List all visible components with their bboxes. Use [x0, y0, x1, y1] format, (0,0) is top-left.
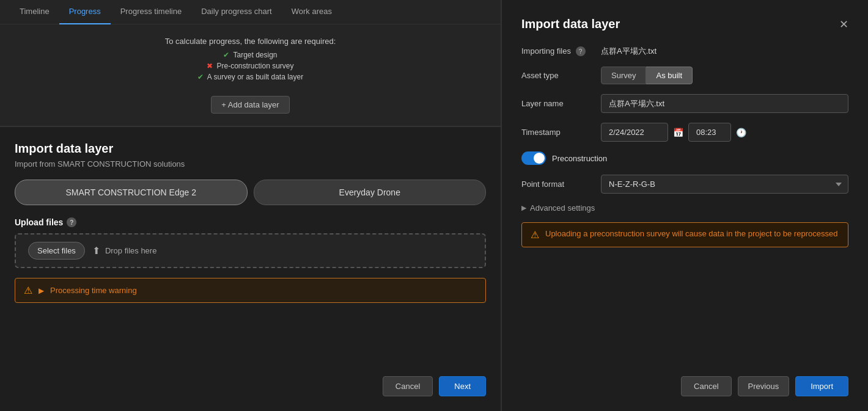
right-panel: Import data layer ✕ Importing files ? 点群…: [501, 0, 868, 411]
right-modal-footer: Cancel Previous Import: [521, 376, 848, 396]
point-format-label: Point format: [521, 180, 601, 189]
processing-warning-banner: ⚠ ▶ Processing time warning: [15, 278, 486, 303]
calendar-icon: 📅: [673, 128, 683, 137]
right-modal-header: Import data layer ✕: [521, 17, 848, 31]
previous-button[interactable]: Previous: [738, 376, 790, 396]
asset-type-buttons: Survey As built: [601, 67, 693, 84]
advanced-settings-label: Advanced settings: [530, 203, 595, 213]
asset-btn-asbuilt[interactable]: As built: [646, 67, 693, 84]
point-format-select[interactable]: N-E-Z-R-G-B: [601, 175, 848, 194]
preconstruction-label: Preconstruction: [552, 154, 607, 163]
advanced-arrow-icon: ▶: [521, 204, 526, 212]
importing-files-row: Importing files ? 点群A平場六.txt: [521, 46, 848, 57]
upload-help-icon[interactable]: ?: [67, 217, 76, 227]
advanced-settings-row[interactable]: ▶ Advanced settings: [521, 203, 848, 213]
tabs-bar: Timeline Progress Progress timeline Dail…: [0, 0, 501, 24]
warning-text: Processing time warning: [50, 286, 477, 295]
close-button[interactable]: ✕: [839, 18, 848, 31]
preconstruction-toggle[interactable]: [521, 151, 546, 165]
warning-expand-icon[interactable]: ▶: [39, 286, 44, 295]
check-icon-2: ✔: [197, 73, 204, 81]
asset-type-label: Asset type: [521, 71, 601, 80]
upload-icon: ⬆: [92, 245, 100, 256]
select-files-button[interactable]: Select files: [28, 242, 85, 260]
import-modal-left: Import data layer Import from SMART CONS…: [0, 127, 501, 411]
req-target-design: ✔ Target design: [18, 51, 482, 59]
cross-icon: ✖: [207, 62, 213, 70]
importing-files-value: 点群A平場六.txt: [601, 46, 657, 57]
reprocessing-warning-banner: ⚠ Uploading a preconstruction survey wil…: [521, 222, 848, 247]
req-survey: ✔ A survey or as built data layer: [18, 73, 482, 81]
tab-progress-timeline[interactable]: Progress timeline: [111, 0, 191, 24]
point-format-row: Point format N-E-Z-R-G-B: [521, 175, 848, 194]
upload-label-text: Upload files: [15, 217, 63, 227]
asset-type-row: Asset type Survey As built: [521, 67, 848, 84]
timestamp-row: Timestamp 📅 🕐: [521, 123, 848, 142]
check-icon: ✔: [223, 51, 229, 59]
source-btn-drone[interactable]: Everyday Drone: [254, 180, 487, 205]
left-panel: Timeline Progress Progress timeline Dail…: [0, 0, 501, 411]
timestamp-date-input[interactable]: [601, 123, 668, 142]
clock-icon: 🕐: [736, 128, 746, 137]
timestamp-time-input[interactable]: [688, 123, 731, 142]
importing-files-help-icon[interactable]: ?: [576, 46, 586, 56]
left-modal-subtitle: Import from SMART CONSTRUCTION solutions: [15, 159, 486, 169]
tab-timeline[interactable]: Timeline: [10, 0, 59, 24]
timestamp-group: 📅 🕐: [601, 123, 746, 142]
left-modal-footer: Cancel Next: [15, 370, 486, 396]
tab-daily-progress[interactable]: Daily progress chart: [191, 0, 282, 24]
warning-triangle-icon: ⚠: [24, 285, 32, 296]
source-btn-edge[interactable]: SMART CONSTRUCTION Edge 2: [15, 180, 248, 205]
reprocessing-warning-text: Uploading a preconstruction survey will …: [545, 229, 839, 238]
tab-progress[interactable]: Progress: [59, 0, 111, 24]
left-modal-title: Import data layer: [15, 142, 486, 156]
upload-section: Upload files ? Select files ⬆ Drop files…: [15, 217, 486, 268]
tab-work-areas[interactable]: Work areas: [282, 0, 342, 24]
timestamp-label: Timestamp: [521, 128, 601, 137]
layer-name-row: Layer name: [521, 94, 848, 113]
import-button[interactable]: Import: [795, 376, 848, 396]
asset-btn-survey[interactable]: Survey: [601, 67, 646, 84]
layer-name-input[interactable]: [601, 94, 848, 113]
left-next-button[interactable]: Next: [439, 376, 486, 396]
right-modal-title: Import data layer: [521, 17, 620, 31]
drop-zone[interactable]: Select files ⬆ Drop files here: [15, 233, 486, 268]
importing-files-label: Importing files: [521, 46, 571, 56]
req-preconstruction: ✖ Pre-construction survey: [18, 62, 482, 70]
layer-name-label: Layer name: [521, 99, 601, 108]
source-buttons-group: SMART CONSTRUCTION Edge 2 Everyday Drone: [15, 180, 486, 205]
requirements-heading: To calculate progress, the following are…: [18, 37, 482, 46]
add-data-layer-button[interactable]: + Add data layer: [211, 96, 289, 114]
left-cancel-button[interactable]: Cancel: [383, 376, 433, 396]
warning-triangle-icon-right: ⚠: [531, 229, 539, 241]
right-cancel-button[interactable]: Cancel: [681, 376, 731, 396]
progress-requirements-area: To calculate progress, the following are…: [0, 24, 501, 126]
drop-files-text: ⬆ Drop files here: [92, 245, 157, 256]
preconstruction-row: Preconstruction: [521, 151, 848, 165]
